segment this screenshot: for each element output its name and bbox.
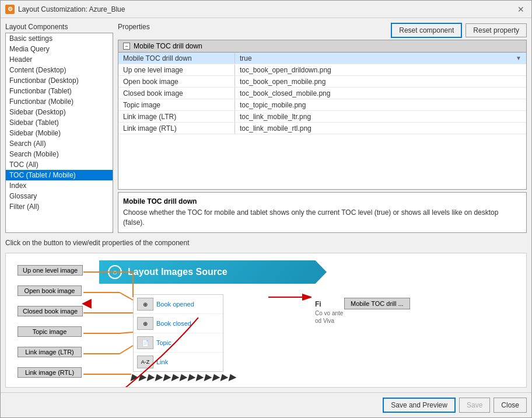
mobile-toc-drill-button[interactable]: Mobile TOC drill ... <box>344 298 410 309</box>
list-item[interactable]: Index <box>6 180 113 191</box>
window-title: Layout Customization: Azure_Blue <box>18 5 125 13</box>
section-label: Mobile TOC drill down <box>134 42 202 50</box>
list-item[interactable]: Functionbar (Tablet) <box>6 86 113 96</box>
book-diagram: ⊕ Book opened ⊕ Book closed 📄 Topic <box>133 294 223 372</box>
prop-name: Open book image <box>118 76 235 87</box>
reset-property-button[interactable]: Reset property <box>466 23 527 37</box>
prop-name: Link image (RTL) <box>118 123 235 134</box>
prop-value: true ▼ <box>235 53 526 64</box>
list-item[interactable]: Functionbar (Mobile) <box>6 96 113 107</box>
dropdown-arrow-icon[interactable]: ▼ <box>516 55 522 61</box>
props-row-up-level[interactable]: Up one level image toc_book_open_drildow… <box>118 64 526 76</box>
listbox-items-container: Basic settings Media Query Header Conten… <box>6 33 113 232</box>
prop-value: toc_topic_mobile.png <box>235 99 526 110</box>
props-row-link-rtl[interactable]: Link image (RTL) toc_link_mobile_rtl.png <box>118 123 526 134</box>
prop-name: Closed book image <box>118 88 235 99</box>
main-content: Layout Components Basic settings Media Q… <box>1 18 531 392</box>
list-item[interactable]: Search (Mobile) <box>6 149 113 159</box>
book-closed-row: ⊕ Book closed <box>134 314 223 333</box>
properties-header: Properties Reset component Reset propert… <box>118 23 527 38</box>
description-title: Mobile TOC drill down <box>123 197 522 205</box>
props-row-closed-book[interactable]: Closed book image toc_book_closed_mobile… <box>118 88 526 99</box>
banner-text: Layout Images Source <box>128 267 228 277</box>
prop-value: toc_book_open_mobile.png <box>235 76 526 87</box>
prop-value: toc_link_mobile_rtl.png <box>235 123 526 134</box>
prop-value: toc_book_closed_mobile.png <box>235 88 526 99</box>
app-icon: ⚙ <box>5 5 15 14</box>
prop-name: Link image (LTR) <box>118 111 235 122</box>
text-preview: Fi Co vo ante od Viva <box>315 300 347 325</box>
layout-components-panel: Layout Components Basic settings Media Q… <box>5 23 113 233</box>
list-item[interactable]: Functionbar (Desktop) <box>6 75 113 86</box>
topic-image-button[interactable]: Topic image <box>18 326 82 337</box>
prop-name: Up one level image <box>118 64 235 75</box>
top-buttons: Reset component Reset property <box>391 23 527 38</box>
save-preview-button[interactable]: Save and Preview <box>383 398 456 413</box>
link-row: A-Z Link <box>134 353 223 371</box>
list-item[interactable]: Header <box>6 54 113 65</box>
list-item[interactable]: Glossary <box>6 191 113 201</box>
up-one-level-button[interactable]: Up one level image <box>18 265 83 276</box>
list-item[interactable]: Media Query <box>6 44 113 54</box>
layout-banner: ○ Layout Images Source <box>99 260 327 284</box>
link-label: Link <box>156 358 168 365</box>
prop-value: toc_link_mobile_ltr.png <box>235 111 526 122</box>
properties-table-header: − Mobile TOC drill down <box>118 40 526 53</box>
save-button[interactable]: Save <box>459 398 490 413</box>
book-closed-icon: ⊕ <box>137 317 153 330</box>
properties-panel: Properties Reset component Reset propert… <box>118 23 527 233</box>
diagram-inner: ◀ Up one level image Open book image Clo… <box>6 253 526 387</box>
list-item-selected[interactable]: TOC (Tablet / Mobile) <box>6 170 113 180</box>
book-opened-row: ⊕ Book opened <box>134 295 223 314</box>
props-row-mobile-toc[interactable]: Mobile TOC drill down true ▼ <box>118 53 526 64</box>
prop-name: Mobile TOC drill down <box>118 53 235 64</box>
list-item[interactable]: Basic settings <box>6 33 113 44</box>
properties-label: Properties <box>118 23 150 31</box>
top-section: Layout Components Basic settings Media Q… <box>5 23 527 233</box>
description-box: Mobile TOC drill down Choose whether the… <box>118 192 527 233</box>
banner-icon: ○ <box>108 265 122 279</box>
main-window: ⚙ Layout Customization: Azure_Blue ✕ Lay… <box>0 0 532 418</box>
list-item[interactable]: Search (All) <box>6 138 113 149</box>
link-icon: A-Z <box>137 356 153 368</box>
props-row-topic[interactable]: Topic image toc_topic_mobile.png <box>118 99 526 111</box>
book-opened-label: Book opened <box>156 301 194 308</box>
topic-label: Topic <box>156 339 172 346</box>
topic-icon: 📄 <box>137 336 153 349</box>
title-bar: ⚙ Layout Customization: Azure_Blue ✕ <box>1 1 531 18</box>
list-item[interactable]: Sidebar (Mobile) <box>6 128 113 138</box>
list-item[interactable]: Sidebar (Desktop) <box>6 107 113 117</box>
window-close-button[interactable]: ✕ <box>515 4 527 15</box>
list-item[interactable]: TOC (All) <box>6 159 113 170</box>
book-closed-label: Book closed <box>156 320 191 327</box>
open-book-button[interactable]: Open book image <box>18 285 82 296</box>
bottom-bar: Save and Preview Save Close <box>1 392 531 417</box>
prop-name: Topic image <box>118 99 235 110</box>
arrow-to-toc-icon: ◀ <box>82 295 92 311</box>
description-text: Choose whether the TOC for mobile and ta… <box>123 208 522 228</box>
click-hint: Click on the button to view/edit propert… <box>5 239 527 247</box>
book-open-icon: ⊕ <box>137 298 153 311</box>
layout-components-label: Layout Components <box>5 23 113 31</box>
chevron-pattern: ▶ ▶ ▶ ▶ ▶ ▶ ▶ ▶ ▶ ▶ ▶ ▶ ▶ <box>131 371 236 382</box>
layout-components-listbox[interactable]: Basic settings Media Query Header Conten… <box>5 33 113 233</box>
close-button[interactable]: Close <box>494 398 527 413</box>
prop-value: toc_book_open_drildown.png <box>235 64 526 75</box>
collapse-button[interactable]: − <box>123 43 130 50</box>
list-item[interactable]: Content (Desktop) <box>6 65 113 75</box>
closed-book-button[interactable]: Closed book image <box>18 306 83 316</box>
properties-table-container: − Mobile TOC drill down Mobile TOC drill… <box>118 40 527 190</box>
props-row-link-ltr[interactable]: Link image (LTR) toc_link_mobile_ltr.png <box>118 111 526 123</box>
props-row-open-book[interactable]: Open book image toc_book_open_mobile.png <box>118 76 526 88</box>
list-item[interactable]: Sidebar (Tablet) <box>6 117 113 128</box>
list-item[interactable]: Filter (All) <box>6 201 113 212</box>
title-bar-left: ⚙ Layout Customization: Azure_Blue <box>5 5 125 14</box>
topic-row: 📄 Topic <box>134 333 223 353</box>
diagram-area: ◀ Up one level image Open book image Clo… <box>5 253 527 388</box>
link-ltr-button[interactable]: Link image (LTR) <box>18 347 82 357</box>
link-rtl-button[interactable]: Link image (RTL) <box>18 367 82 378</box>
reset-component-button[interactable]: Reset component <box>391 23 462 38</box>
